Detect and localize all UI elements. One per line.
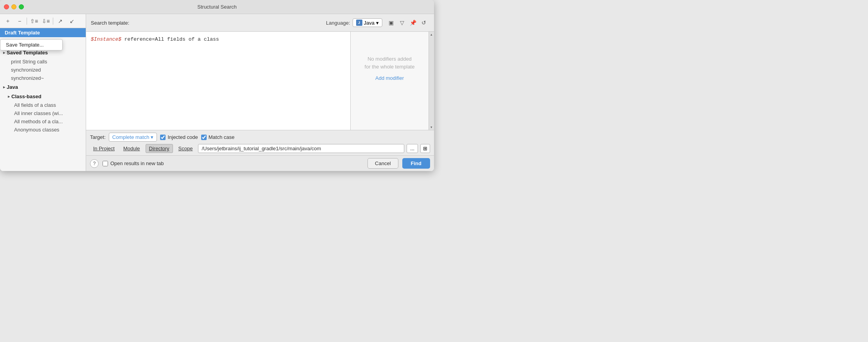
sidebar-item-anonymous[interactable]: Anonymous classes [0,126,86,134]
scroll-down-button[interactable]: ▾ [429,124,434,130]
class-based-section[interactable]: Class-based [0,92,86,101]
editor-main[interactable]: $Instance$ reference=All fields of a cla… [86,32,350,130]
editor-modifier-panel: No modifiers added for the whole templat… [350,32,429,130]
saved-templates-arrow [3,50,5,55]
cancel-button[interactable]: Cancel [367,158,398,169]
match-case-label: Match case [209,134,234,140]
minimize-button[interactable] [11,4,16,9]
target-label: Target: [90,134,106,140]
class-based-label: Class-based [11,94,41,99]
draft-template-label: Draft Template [5,30,40,36]
sidebar-item-print-string[interactable]: print String calls [0,58,86,66]
open-results-label: Open results in new tab [110,160,164,166]
injected-code-checkbox[interactable] [160,135,166,140]
window-title: Structural Search [197,4,236,10]
open-results-row: Open results in new tab [103,160,367,166]
no-modifiers-text: No modifiers added for the whole templat… [365,55,415,70]
bottom-controls: Target: Complete match ▾ Injected code M… [86,130,434,155]
help-button[interactable]: ? [90,159,99,168]
target-chevron: ▾ [151,134,153,140]
export-button[interactable]: ↗ [55,16,66,27]
add-modifier-link[interactable]: Add modifier [375,75,404,81]
split-view-button[interactable]: ▣ [385,17,396,28]
find-button[interactable]: Find [402,158,430,169]
language-value: Java [364,20,375,26]
sidebar-item-synchronized-tilde[interactable]: synchronized~ [0,74,86,82]
injected-code-checkbox-label[interactable]: Injected code [160,134,198,140]
open-results-checkbox[interactable] [103,161,108,166]
sidebar-item-all-fields[interactable]: All fields of a class [0,101,86,109]
scope-button[interactable]: Scope [175,144,196,153]
sidebar-content: Draft Template Save Template... $Instanc… [0,28,86,171]
template-editor: $Instance$ reference=All fields of a cla… [86,32,434,130]
in-project-button[interactable]: In Project [90,144,118,153]
java-section[interactable]: Java [0,82,86,92]
save-template-menu-item[interactable]: Save Template... [0,40,62,50]
target-dropdown[interactable]: Complete match ▾ [109,133,157,142]
search-template-row: Search template: Language: J Java ▾ ▣ ▽ … [86,14,434,32]
refresh-button[interactable]: ↺ [418,17,429,28]
sidebar-item-all-methods[interactable]: All methods of a cla... [0,117,86,126]
scrollbar[interactable]: ▴ ▾ [429,32,434,130]
lang-chevron: ▾ [376,20,379,26]
directory-button[interactable]: Directory [146,144,173,153]
separator-2 [53,18,53,25]
target-row: Target: Complete match ▾ Injected code M… [90,133,430,142]
language-label: Language: [326,20,350,26]
close-button[interactable] [4,4,9,9]
footer: ? Open results in new tab Cancel Find [86,155,434,171]
scroll-up-button[interactable]: ▴ [429,32,434,37]
context-menu: Save Template... [0,39,63,50]
saved-templates-label: Saved Templates [7,50,48,56]
traffic-lights [4,4,24,9]
java-arrow [3,85,5,89]
scope-more-button[interactable]: ... [407,144,418,153]
class-based-arrow [8,94,10,99]
move-down-button[interactable]: ⇩≡ [40,16,51,27]
code-instance: $Instance$ [91,36,121,42]
target-value: Complete match [112,134,149,140]
separator [27,18,27,25]
content-area: Search template: Language: J Java ▾ ▣ ▽ … [86,14,434,171]
code-rest: reference=All fields of a class [121,36,219,42]
sidebar-item-synchronized[interactable]: synchronized [0,66,86,74]
pin-button[interactable]: 📌 [407,17,418,28]
scope-browse-button[interactable]: ⊞ [420,144,430,153]
java-icon: J [356,20,362,26]
remove-button[interactable]: − [14,16,25,27]
language-dropdown[interactable]: J Java ▾ [353,18,382,27]
main-container: ＋ − ⇧≡ ⇩≡ ↗ ↙ Draft Template Save Templa… [0,14,434,171]
footer-buttons: Cancel Find [367,158,430,169]
search-template-label: Search template: [91,20,129,26]
module-button[interactable]: Module [120,144,143,153]
sidebar: ＋ − ⇧≡ ⇩≡ ↗ ↙ Draft Template Save Templa… [0,14,86,171]
sidebar-item-all-inner[interactable]: All inner classes (wi... [0,109,86,117]
match-case-checkbox[interactable] [201,135,207,140]
filter-button[interactable]: ▽ [396,17,407,28]
language-selector: Language: J Java ▾ [326,18,382,27]
import-button[interactable]: ↙ [67,16,77,27]
sidebar-toolbar: ＋ − ⇧≡ ⇩≡ ↗ ↙ [0,14,86,28]
match-case-checkbox-label[interactable]: Match case [201,134,234,140]
title-bar: Structural Search [0,0,434,14]
injected-code-label: Injected code [167,134,198,140]
draft-template-item[interactable]: Draft Template [0,28,86,37]
java-label: Java [7,84,18,90]
move-up-button[interactable]: ⇧≡ [29,16,40,27]
scope-row: In Project Module Directory Scope ... ⊞ [90,144,430,153]
add-button[interactable]: ＋ [2,16,13,27]
maximize-button[interactable] [19,4,24,9]
scope-directory-input[interactable] [198,144,404,153]
